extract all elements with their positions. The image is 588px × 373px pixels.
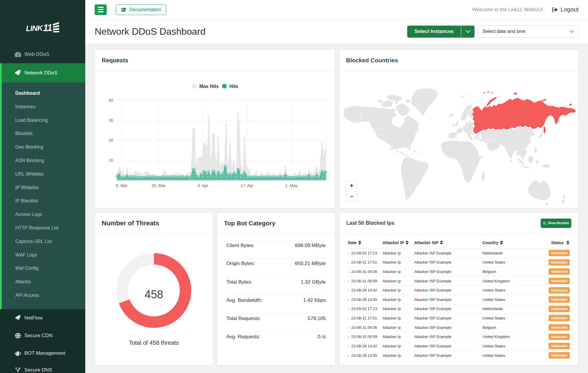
svg-text:11: 11 xyxy=(43,22,52,33)
svg-text:40: 40 xyxy=(108,98,113,103)
svg-text:Max Hits: Max Hits xyxy=(199,84,219,89)
svg-text:Hits: Hits xyxy=(229,84,238,89)
svg-text:6. Mar: 6. Mar xyxy=(116,183,128,188)
svg-text:20. Mar: 20. Mar xyxy=(151,183,166,188)
svg-text:1. May: 1. May xyxy=(285,183,298,188)
svg-text:20: 20 xyxy=(108,138,113,143)
svg-text:10: 10 xyxy=(108,158,113,163)
svg-text:17. Apr: 17. Apr xyxy=(240,183,254,188)
svg-text:LINK: LINK xyxy=(26,24,44,33)
svg-text:3. Apr: 3. Apr xyxy=(198,183,208,188)
svg-text:30: 30 xyxy=(108,118,113,123)
